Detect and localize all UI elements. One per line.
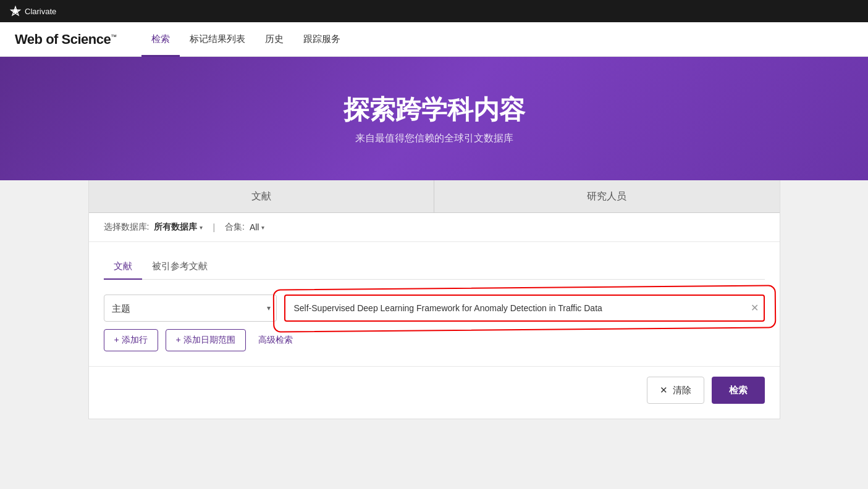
tab-documents[interactable]: 文献 [89,180,434,212]
clarivate-icon [10,6,21,17]
inner-tabs: 文献 被引参考文献 [89,242,780,279]
db-dropdown[interactable]: 所有数据库 ▾ [154,222,203,233]
hero-banner: 探索跨学科内容 来自最值得您信赖的全球引文数据库 [0,57,868,180]
add-row-button[interactable]: + 添加行 [104,329,158,351]
add-date-range-button[interactable]: + 添加日期范围 [166,329,246,351]
tab-researchers[interactable]: 研究人员 [434,180,780,212]
search-panel: 文献 研究人员 选择数据库: 所有数据库 ▾ | 合集: All ▾ 文献 被引… [88,180,780,419]
nav-item-track[interactable]: 跟踪服务 [293,22,350,57]
search-panel-wrapper: 文献 研究人员 选择数据库: 所有数据库 ▾ | 合集: All ▾ 文献 被引… [0,180,868,419]
search-actions: ✕ 清除 检索 [89,366,780,419]
search-input-outer: ✕ [284,295,765,322]
search-button[interactable]: 检索 [712,377,765,404]
nav-item-search[interactable]: 检索 [141,22,180,57]
svg-point-0 [13,9,17,13]
inner-tab-literature[interactable]: 文献 [104,254,142,280]
action-row: + 添加行 + 添加日期范围 高级检索 [89,329,780,366]
field-select-wrapper: 主题 标题 作者 DOI ▾ [104,295,277,322]
search-input-clear-button[interactable]: ✕ [751,303,759,313]
main-nav: Web of Science™ 检索 标记结果列表 历史 跟踪服务 [0,22,868,57]
brand-title: Web of Science™ [15,31,117,48]
search-input[interactable] [284,295,765,322]
clear-label: 清除 [673,385,691,396]
clear-icon: ✕ [660,385,668,396]
field-select[interactable]: 主题 标题 作者 DOI [104,295,277,322]
hero-title: 探索跨学科内容 [343,93,525,127]
inner-tab-cited-refs[interactable]: 被引参考文献 [142,254,217,280]
hero-subtitle: 来自最值得您信赖的全球引文数据库 [355,132,513,145]
search-tabs: 文献 研究人员 [89,180,780,213]
top-bar: Clarivate [0,0,868,22]
collection-value-text: All [250,222,259,232]
nav-item-history[interactable]: 历史 [255,22,293,57]
collection-label: 合集: [225,222,245,233]
db-value: 所有数据库 [154,222,197,233]
collection-chevron-icon: ▾ [261,224,264,231]
db-chevron-icon: ▾ [200,224,203,231]
collection-dropdown[interactable]: All ▾ [250,222,265,232]
advanced-search-link[interactable]: 高级检索 [258,335,293,346]
db-label: 选择数据库: [104,222,150,233]
db-selector-row: 选择数据库: 所有数据库 ▾ | 合集: All ▾ [89,213,780,242]
nav-item-marked[interactable]: 标记结果列表 [180,22,255,57]
clarivate-logo: Clarivate [10,6,56,17]
clarivate-text: Clarivate [25,7,56,16]
search-row: 主题 标题 作者 DOI ▾ ✕ [89,280,780,329]
nav-links: 检索 标记结果列表 历史 跟踪服务 [141,22,350,56]
clear-button[interactable]: ✕ 清除 [647,377,704,404]
